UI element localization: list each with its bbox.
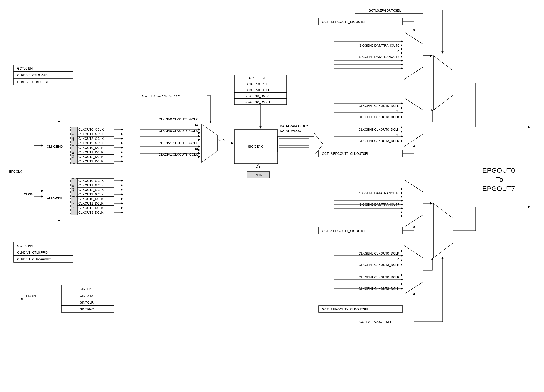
clk0-sel-label: GCTL2.EPGOUT0_CLKOUTSEL bbox=[322, 152, 369, 156]
svg-text:GCLK: GCLK bbox=[71, 185, 75, 192]
svg-text:CLKOUT0_GCLK: CLKOUT0_GCLK bbox=[78, 179, 104, 183]
epgout-to-label: To bbox=[496, 176, 503, 183]
epgout7-label: EPGOUT7 bbox=[482, 185, 515, 192]
clk-label: CLK bbox=[219, 138, 225, 142]
svg-text:CLKOUT2_GCLK: CLKOUT2_GCLK bbox=[78, 188, 104, 192]
epgclk-label: EPGCLK bbox=[9, 170, 22, 173]
svg-text:CLKOUT2_DCLK: CLKOUT2_DCLK bbox=[78, 206, 104, 210]
clkgen0-outs: CLKOUT0_GCLK CLKOUT1_GCLK CLKOUT2_GCLK C… bbox=[77, 127, 114, 164]
clkgen0-reg1: CLKDIV0_CTL0.PRD bbox=[17, 73, 47, 77]
siggen-clksel-label: GCTL1.SIGGEN0_CLKSEL bbox=[142, 94, 182, 98]
svg-text:GINTEN: GINTEN bbox=[80, 287, 92, 291]
siggen-name: SIGGEN0 bbox=[248, 144, 263, 148]
svg-text:CLKOUT1_DCLK: CLKOUT1_DCLK bbox=[78, 202, 104, 205]
epgint-label: EPGINT bbox=[26, 294, 38, 298]
siggen-clk-mux bbox=[201, 124, 217, 162]
clk7-mux bbox=[404, 245, 423, 294]
svg-text:CLKDIV0.CLKOUT0_GCLK: CLKDIV0.CLKOUT0_GCLK bbox=[159, 117, 198, 121]
svg-text:CLKOUT2_GCLK: CLKOUT2_GCLK bbox=[78, 137, 104, 140]
clkgen0-gclk-label: GCLK bbox=[71, 134, 75, 141]
svg-text:CLKOUT3_DCLK: CLKOUT3_DCLK bbox=[78, 211, 104, 214]
svg-text:CLKOUT0_DCLK: CLKOUT0_DCLK bbox=[78, 197, 104, 201]
svg-text:SIGGEN0_CTL0: SIGGEN0_CTL0 bbox=[246, 82, 269, 86]
svg-text:DATATRANOUT0 to: DATATRANOUT0 to bbox=[280, 124, 308, 128]
svg-text:CLKOUT1_DCLK: CLKOUT1_DCLK bbox=[78, 150, 104, 154]
clkin-label: CLKIN bbox=[24, 192, 33, 196]
svg-text:GINTSTS: GINTSTS bbox=[80, 294, 94, 297]
clkgen0-reg2: CLKDIV0_CLKOFFSET bbox=[17, 80, 51, 84]
clkgen1-block: CLKGEN1 GCLK DCLK CLKOUT0_GCLK CLKOUT1_G… bbox=[43, 175, 123, 218]
out0-sel-label: GCTL0.EPGOUT0SEL bbox=[369, 9, 401, 12]
svg-text:CLKDIV1_CLKOFFSET: CLKDIV1_CLKOFFSET bbox=[17, 258, 51, 261]
clk0-mux bbox=[404, 98, 423, 147]
siggen-regs: GCTL0.EN SIGGEN0_CTL0 SIGGEN0_CTL1 SIGGE… bbox=[234, 75, 287, 104]
svg-text:CLKDIV1.CLKOUT0_GCLK: CLKDIV1.CLKOUT0_GCLK bbox=[159, 141, 198, 145]
svg-text:CLKOUT0_GCLK: CLKOUT0_GCLK bbox=[78, 128, 104, 131]
svg-text:CLKDIV1_CTL0.PRD: CLKDIV1_CTL0.PRD bbox=[17, 251, 47, 254]
gint-block: GINTEN GINTSTS GINTCLR GINTFRC bbox=[61, 285, 114, 312]
epgout0-label: EPGOUT0 bbox=[482, 167, 515, 174]
svg-text:To: To bbox=[396, 197, 399, 201]
clkgen1-regs: GCTL0.EN CLKDIV1_CTL0.PRD CLKDIV1_CLKOFF… bbox=[14, 242, 73, 262]
svg-text:CLKOUT3_DCLK: CLKOUT3_DCLK bbox=[78, 160, 104, 163]
svg-text:SIGGEN0_DATA0: SIGGEN0_DATA0 bbox=[245, 94, 270, 98]
sig7-sel-label: GCTL3.EPGOUT7_SIGOUTSEL bbox=[322, 229, 368, 233]
clkgen0-block: CLKGEN0 GCLK DCLK CLKOUT0_GCLK CLKOUT1_G… bbox=[43, 124, 123, 167]
clkgen1-name: CLKGEN1 bbox=[47, 196, 63, 200]
clkgen0-regs: GCTL0.EN CLKDIV0_CTL0.PRD CLKDIV0_CLKOFF… bbox=[14, 65, 73, 85]
svg-text:GINTFRC: GINTFRC bbox=[80, 307, 94, 311]
clkgen0-name: CLKGEN0 bbox=[47, 144, 63, 148]
svg-text:CLKGEN1.CLKOUT0_DCLK: CLKGEN1.CLKOUT0_DCLK bbox=[359, 128, 400, 131]
svg-text:SIGGEN0_DATA1: SIGGEN0_DATA1 bbox=[245, 100, 270, 104]
bus-arrow-icon bbox=[278, 133, 323, 156]
svg-text:SIGGEN0_CTL1: SIGGEN0_CTL1 bbox=[246, 88, 269, 92]
svg-text:GCTL0.EN: GCTL0.EN bbox=[17, 244, 33, 248]
clkgen0-reg0: GCTL0.EN bbox=[17, 67, 33, 70]
epgin-label: EPGIN bbox=[253, 173, 263, 177]
svg-text:GINTCLR: GINTCLR bbox=[80, 301, 94, 304]
out7-mux bbox=[433, 203, 453, 258]
sig0-mux bbox=[404, 32, 423, 80]
svg-text:To: To bbox=[396, 49, 399, 53]
sig7-mux bbox=[404, 179, 423, 227]
svg-text:CLKGEN0.CLKOUT0_DCLK: CLKGEN0.CLKOUT0_DCLK bbox=[359, 252, 400, 255]
svg-text:GCTL0.EN: GCTL0.EN bbox=[249, 76, 265, 80]
svg-text:CLKOUT0_DCLK: CLKOUT0_DCLK bbox=[78, 146, 104, 150]
svg-text:DATATRANOUT7: DATATRANOUT7 bbox=[280, 129, 305, 133]
out0-mux bbox=[433, 56, 453, 110]
svg-text:SIGGEN0.DATATRANOUT0: SIGGEN0.DATATRANOUT0 bbox=[359, 44, 399, 47]
svg-text:CLKOUT2_DCLK: CLKOUT2_DCLK bbox=[78, 155, 104, 159]
out7-sel-label: GCTL0.EPGOUT7SEL bbox=[360, 320, 392, 324]
svg-text:CLKOUT1_GCLK: CLKOUT1_GCLK bbox=[78, 183, 104, 187]
svg-text:CLKGEN1.CLKOUT0_DCLK: CLKGEN1.CLKOUT0_DCLK bbox=[359, 275, 400, 279]
clk7-sel-label: GCTL2.EPGOUT7_CLKOUTSEL bbox=[322, 307, 369, 311]
svg-text:CLKGEN0.CLKOUT0_DCLK: CLKGEN0.CLKOUT0_DCLK bbox=[359, 104, 400, 108]
svg-text:DCLK: DCLK bbox=[71, 203, 75, 210]
svg-text:To: To bbox=[195, 123, 198, 127]
svg-text:CLKOUT1_GCLK: CLKOUT1_GCLK bbox=[78, 132, 104, 136]
svg-text:CLKOUT3_GCLK: CLKOUT3_GCLK bbox=[78, 192, 104, 196]
svg-text:SIGGEN0.DATATRANOUT0: SIGGEN0.DATATRANOUT0 bbox=[359, 191, 399, 195]
clkgen0-dclk-label: DCLK bbox=[71, 152, 75, 159]
svg-text:CLKOUT3_GCLK: CLKOUT3_GCLK bbox=[78, 141, 104, 145]
sig0-sel-label: GCTL3.EPGOUT0_SIGOUTSEL bbox=[322, 20, 368, 24]
